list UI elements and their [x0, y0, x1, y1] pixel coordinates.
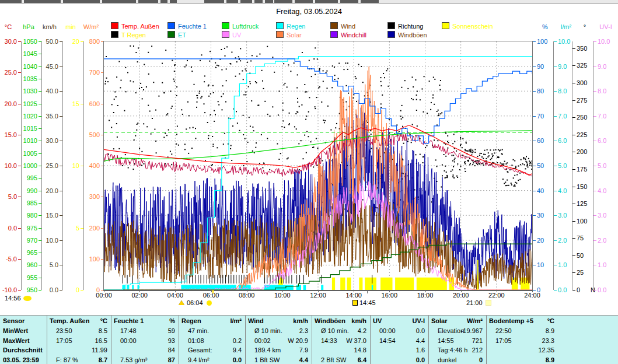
toolbar-button-fragment[interactable] — [24, 0, 61, 3]
axis-tick-kmh — [60, 141, 62, 141]
toolbar-button-fragment[interactable] — [315, 0, 338, 3]
axis-tick-lm2 — [554, 265, 557, 265]
toolbar-button-fragment[interactable] — [274, 0, 292, 3]
legend-swatch — [330, 31, 338, 38]
axis-tick-hpa — [39, 104, 41, 104]
series-richtung — [347, 69, 348, 70]
toolbar-button-fragment[interactable] — [295, 0, 313, 3]
series-richtung — [389, 119, 390, 120]
series-regen-intervalle — [321, 285, 323, 290]
axis-tick-hpa — [39, 128, 41, 129]
series-richtung — [225, 55, 226, 57]
series-richtung — [106, 56, 107, 57]
series-sonnenschein — [359, 278, 362, 290]
series-richtung — [445, 177, 446, 178]
toolbar-button-fragment[interactable] — [102, 0, 136, 3]
toolbar-button-fragment[interactable] — [340, 0, 358, 3]
series-richtung — [289, 113, 290, 114]
series-richtung — [305, 92, 306, 93]
series-richtung — [224, 48, 225, 49]
series-richtung — [240, 48, 241, 49]
table-cell-value: 4.4 — [245, 355, 308, 364]
series-richtung — [186, 65, 187, 66]
toolbar-button-fragment[interactable] — [170, 0, 177, 3]
toolbar-button-fragment[interactable] — [265, 0, 273, 3]
series-richtung — [267, 114, 268, 115]
series-richtung — [158, 96, 159, 97]
toolbar-button-fragment[interactable] — [361, 0, 379, 3]
axis-tick-label-pct: 90 — [537, 63, 560, 70]
series-richtung — [223, 93, 224, 94]
series-richtung — [224, 133, 225, 134]
table-cell-value: 0.2 — [179, 336, 242, 345]
series-richtung — [416, 99, 417, 100]
series-richtung — [486, 158, 487, 159]
series-richtung — [451, 171, 452, 172]
table-cell-value: 8.9 — [486, 326, 554, 335]
toolbar-button-fragment[interactable] — [226, 0, 238, 3]
table-cell-value: 8.7 — [47, 355, 107, 364]
series-richtung — [315, 74, 316, 75]
table-cell-value: 6.4 — [312, 355, 366, 364]
series-richtung — [298, 143, 299, 144]
toolbar-button-fragment[interactable] — [63, 0, 100, 3]
series-richtung — [215, 67, 217, 68]
toolbar-button-fragment[interactable] — [254, 0, 263, 3]
table-cell-value: 721 — [428, 336, 483, 345]
series-richtung — [438, 110, 439, 111]
series-richtung — [261, 134, 262, 135]
series-richtung — [251, 100, 252, 102]
toolbar-button-fragment[interactable] — [240, 0, 252, 3]
series-richtung — [301, 140, 302, 141]
series-feuchte-1 — [104, 59, 532, 144]
series-richtung — [472, 150, 473, 151]
series-richtung — [505, 185, 507, 186]
axis-tick-label-wm2: 700 — [76, 69, 100, 76]
series-richtung — [439, 89, 441, 90]
axis-tick-uvi — [593, 116, 596, 117]
legend-label: Temp. Außen — [121, 23, 159, 30]
axis-tick-label-hpa: 975 — [14, 225, 37, 232]
series-richtung — [243, 79, 244, 80]
series-richtung — [387, 145, 389, 146]
series-richtung — [308, 136, 309, 137]
series-richtung — [315, 106, 316, 107]
series-richtung — [270, 116, 271, 117]
series-richtung — [508, 185, 509, 186]
series-richtung — [532, 160, 532, 162]
axis-tick-deg — [572, 204, 575, 204]
series-richtung — [165, 50, 166, 51]
series-richtung — [299, 169, 300, 170]
series-richtung — [130, 46, 131, 47]
series-richtung — [172, 106, 173, 107]
series-richtung — [511, 184, 512, 186]
series-richtung — [362, 200, 364, 201]
axis-tick-label-pct: 100 — [537, 38, 560, 45]
table-cell-value: 2.3 — [245, 326, 308, 335]
series-richtung — [324, 122, 325, 123]
series-richtung — [465, 171, 466, 172]
toolbar-remnant — [0, 0, 618, 4]
series-richtung — [139, 88, 140, 89]
series-richtung — [173, 79, 174, 80]
axis-tick-label-hpa: 1015 — [14, 125, 37, 132]
axis-tick-label-wm2: 200 — [76, 225, 100, 232]
axis-tick-label-min: 10 — [56, 162, 79, 169]
table-col-unit: W/m² — [428, 316, 483, 326]
series-richtung — [326, 72, 327, 73]
toolbar-button-fragment[interactable] — [138, 0, 158, 3]
axis-unit-pct: % — [533, 23, 557, 30]
toolbar-button-fragment[interactable] — [160, 0, 167, 3]
toolbar-button-fragment[interactable] — [0, 0, 22, 3]
statistics-table: SensorMinWertMaxWertDurchschnitt03.05. 2… — [0, 315, 618, 364]
axis-tick-deg — [572, 187, 575, 187]
axis-tick-label-wm2: 600 — [76, 100, 100, 107]
toolbar-button-fragment[interactable] — [204, 0, 224, 3]
series-richtung — [309, 97, 310, 98]
x-axis-label: 12:00 — [305, 292, 331, 299]
series-richtung — [455, 158, 456, 159]
series-richtung — [437, 124, 438, 125]
series-richtung — [256, 142, 257, 144]
series-richtung — [504, 183, 505, 184]
series-richtung — [218, 104, 219, 106]
